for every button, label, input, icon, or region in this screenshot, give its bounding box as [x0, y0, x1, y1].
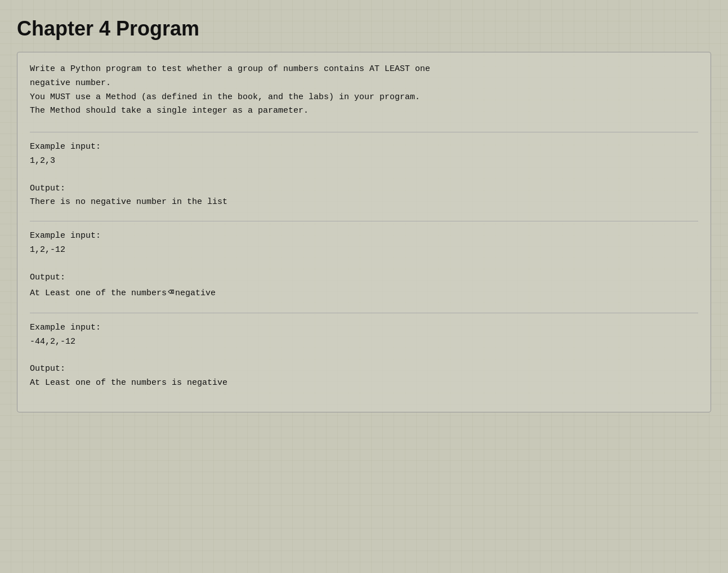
example2-input-label: Example input:	[30, 229, 698, 243]
example2-output-value: At Least one of the numbers⌫negative	[30, 285, 698, 301]
example3-input-value: -44,2,-12	[30, 335, 698, 349]
example-block-2: Example input: 1,2,-12 Output: At Least …	[30, 229, 698, 301]
cursor-hand-icon: ⌫	[168, 285, 174, 301]
divider-1	[30, 132, 698, 132]
example2-output-pre: At Least one of the numbers	[30, 288, 167, 298]
description-line3: You MUST use a Method (as defined in the…	[30, 91, 698, 105]
divider-3	[30, 313, 698, 313]
content-box: Write a Python program to test whether a…	[17, 52, 711, 412]
example2-output-post: negative	[175, 288, 216, 298]
example1-input-value: 1,2,3	[30, 154, 698, 168]
description-line1: Write a Python program to test whether a…	[30, 63, 698, 77]
example1-output-value: There is no negative number in the list	[30, 196, 698, 210]
example1-output-label: Output:	[30, 182, 698, 196]
example2-input-value: 1,2,-12	[30, 243, 698, 257]
example3-output-value: At Least one of the numbers is negative	[30, 376, 698, 390]
example-block-3: Example input: -44,2,-12 Output: At Leas…	[30, 321, 698, 390]
description-block: Write a Python program to test whether a…	[30, 63, 698, 118]
example-block-1: Example input: 1,2,3 Output: There is no…	[30, 140, 698, 210]
example2-output-label: Output:	[30, 271, 698, 285]
description-line4: The Method should take a single integer …	[30, 104, 698, 118]
example1-input-label: Example input:	[30, 140, 698, 154]
example3-output-label: Output:	[30, 362, 698, 376]
example3-input-label: Example input:	[30, 321, 698, 335]
description-line2: negative number.	[30, 77, 698, 91]
page-title: Chapter 4 Program	[17, 17, 711, 41]
divider-2	[30, 221, 698, 221]
